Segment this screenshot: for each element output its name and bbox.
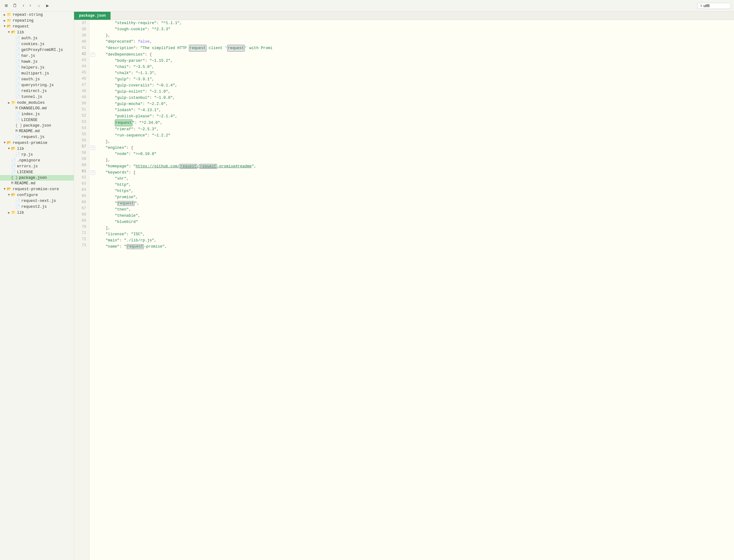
sidebar-item-label: LICENSE <box>21 118 38 122</box>
sidebar-item-helpers-js[interactable]: 📄 helpers.js <box>0 65 74 70</box>
sidebar-item-repeating[interactable]: ▶ 📁 repeating <box>0 18 74 23</box>
sidebar-item-npmignore[interactable]: 📄 .npmignore <box>0 157 74 163</box>
file-tab-package-json[interactable]: package.json <box>74 12 111 20</box>
sidebar-item-license[interactable]: 📄 LICENSE <box>0 117 74 123</box>
sidebar-item-label: multipart.js <box>21 71 49 76</box>
code-viewer[interactable]: 37 38 39 40 41 42 43 44 45 46 47 48 49 5… <box>74 20 734 560</box>
sidebar-item-getproxyfromuri-js[interactable]: 📄 getProxyFromURI.js <box>0 47 74 53</box>
sidebar-item-changelog-md[interactable]: M CHANGELOG.md <box>0 106 74 111</box>
sidebar-item-label: repeat-string <box>13 13 43 17</box>
search-input[interactable] <box>703 4 728 8</box>
file-icon[interactable]: 🗒 <box>12 3 18 9</box>
sidebar-item-request2-js[interactable]: 📄 request2.js <box>0 204 74 210</box>
code-line-63: "http", <box>90 182 734 188</box>
grid-icon[interactable]: ⊞ <box>3 3 9 9</box>
content-area: package.json 37 38 39 40 41 42 43 44 45 … <box>74 12 734 560</box>
code-lines: "stealthy-require": "^1.1.1", "tough-coo… <box>90 20 734 560</box>
code-line-62: "xhr", <box>90 176 734 182</box>
sidebar-item-label: hawk.js <box>21 60 38 64</box>
search-box[interactable]: S <box>697 3 731 9</box>
js-file-icon: 📄 <box>15 36 20 40</box>
code-line-54: "rimraf": "~2.5.3", <box>90 126 734 132</box>
sidebar-item-har-js[interactable]: 📄 har.js <box>0 53 74 59</box>
sidebar-item-request-js[interactable]: 📄 request.js <box>0 134 74 140</box>
star-icon[interactable]: ☆ <box>36 3 42 9</box>
line-numbers: 37 38 39 40 41 42 43 44 45 46 47 48 49 5… <box>74 20 90 560</box>
sidebar-item-package-json-rp[interactable]: { } package.json <box>0 175 74 181</box>
code-line-37: "stealthy-require": "^1.1.1", <box>90 20 734 26</box>
sidebar-item-repeat-string[interactable]: ▶ 📁 repeat-string <box>0 12 74 18</box>
folder-icon: 📂 <box>7 140 11 145</box>
js-file-icon: 📄 <box>15 83 20 87</box>
sidebar-item-querystring-js[interactable]: 📄 querystring.js <box>0 82 74 88</box>
js-file-icon: 📄 <box>15 135 20 139</box>
sidebar-item-label: CHANGELOG.md <box>19 106 47 111</box>
back-icon[interactable]: ‹ <box>20 3 27 9</box>
sidebar-item-errors-js[interactable]: 📄 errors.js <box>0 163 74 169</box>
sidebar-item-redirect-js[interactable]: 📄 redirect.js <box>0 88 74 94</box>
sidebar-item-cookies-js[interactable]: 📄 cookies.js <box>0 41 74 47</box>
sidebar-item-label: redirect.js <box>21 89 47 93</box>
fold-button[interactable]: − <box>91 52 95 57</box>
code-line-42: − "devDependencies": { <box>90 52 734 58</box>
code-line-38: "tough-cookie": "^2.3.3" <box>90 26 734 32</box>
chevron-down-icon: ▼ <box>2 187 7 191</box>
code-line-44: "chai": "~3.5.0", <box>90 64 734 70</box>
folder-icon: 📁 <box>11 210 16 215</box>
license-icon: 📄 <box>15 118 20 122</box>
code-line-48: "gulp-eslint": "~2.1.0", <box>90 89 734 95</box>
fold-button[interactable]: − <box>91 146 95 150</box>
md-file-icon: M <box>15 129 18 133</box>
folder-icon: 📁 <box>7 12 11 17</box>
sidebar-item-tunnel-js[interactable]: 📄 tunnel.js <box>0 94 74 100</box>
sidebar-item-readme-md[interactable]: M README.md <box>0 128 74 134</box>
sidebar-item-package-json-req[interactable]: { } package.json <box>0 123 74 128</box>
code-line-65: "promise", <box>90 194 734 200</box>
js-file-icon: 📄 <box>15 65 20 70</box>
code-line-72: "main": "./lib/rp.js", <box>90 237 734 244</box>
js-file-icon: 📄 <box>15 71 20 76</box>
sidebar-item-node-modules[interactable]: ▶ 📁 node_modules <box>0 100 74 106</box>
sidebar-item-license2[interactable]: 📄 LICENSE <box>0 169 74 175</box>
code-line-52: "publish-please": "~2.1.4", <box>90 113 734 119</box>
sidebar-item-readme-md2[interactable]: M README.md <box>0 181 74 186</box>
js-file-icon: 📄 <box>15 48 20 52</box>
sidebar-item-rp-js[interactable]: 📄 rp.js <box>0 152 74 157</box>
sidebar-item-configure[interactable]: ▼ 📂 configure <box>0 192 74 198</box>
code-line-67: "then", <box>90 207 734 213</box>
main-layout: ▶ 📁 repeat-string ▶ 📁 repeating ▼ 📂 requ… <box>0 12 734 560</box>
sidebar-item-lib3[interactable]: ▶ 📁 lib <box>0 210 74 215</box>
sidebar-item-label: auth.js <box>21 36 38 40</box>
sidebar-item-label: lib <box>17 30 24 35</box>
js-file-icon: 📄 <box>15 89 20 93</box>
forward-icon[interactable]: › <box>27 3 33 9</box>
sidebar-item-label: lib <box>17 147 24 151</box>
sidebar-item-label: repeating <box>13 19 34 23</box>
sidebar-item-index-js[interactable]: 📄 index.js <box>0 111 74 117</box>
code-line-58: "node": ">=0.10.0" <box>90 151 734 157</box>
sidebar-item-label: request-promise-core <box>13 187 59 191</box>
sidebar-item-lib[interactable]: ▼ 📂 lib <box>0 29 74 35</box>
sidebar-item-label: oauth.js <box>21 77 40 81</box>
code-line-39: }, <box>90 32 734 39</box>
code-line-43: "body-parser": "~1.15.2", <box>90 58 734 64</box>
md-file-icon: M <box>15 106 18 111</box>
code-line-49: "gulp-istanbul": "~1.0.0", <box>90 95 734 101</box>
sidebar-item-multipart-js[interactable]: 📄 multipart.js <box>0 70 74 76</box>
sidebar-item-request-promise[interactable]: ▼ 📂 request-promise <box>0 140 74 146</box>
js-file-icon: 📄 <box>15 112 20 116</box>
sidebar-item-auth-js[interactable]: 📄 auth.js <box>0 35 74 41</box>
code-line-69: "bluebird" <box>90 219 734 225</box>
sidebar-item-oauth-js[interactable]: 📄 oauth.js <box>0 76 74 82</box>
chevron-down-icon: ▼ <box>7 31 11 34</box>
sidebar-item-hawk-js[interactable]: 📄 hawk.js <box>0 59 74 65</box>
sidebar-item-request[interactable]: ▼ 📂 request <box>0 23 74 29</box>
sidebar-item-request-promise-core[interactable]: ▼ 📂 request-promise-core <box>0 186 74 192</box>
file-tab-bar: package.json <box>74 12 734 20</box>
sidebar-item-request-next-js[interactable]: 📄 request-next.js <box>0 198 74 204</box>
sidebar-item-label: request <box>13 24 29 29</box>
js-file-icon: 📄 <box>15 53 20 58</box>
sidebar-item-lib2[interactable]: ▼ 📂 lib <box>0 146 74 152</box>
fold-button[interactable]: − <box>91 170 95 175</box>
play-icon[interactable]: ▶ <box>44 3 51 9</box>
